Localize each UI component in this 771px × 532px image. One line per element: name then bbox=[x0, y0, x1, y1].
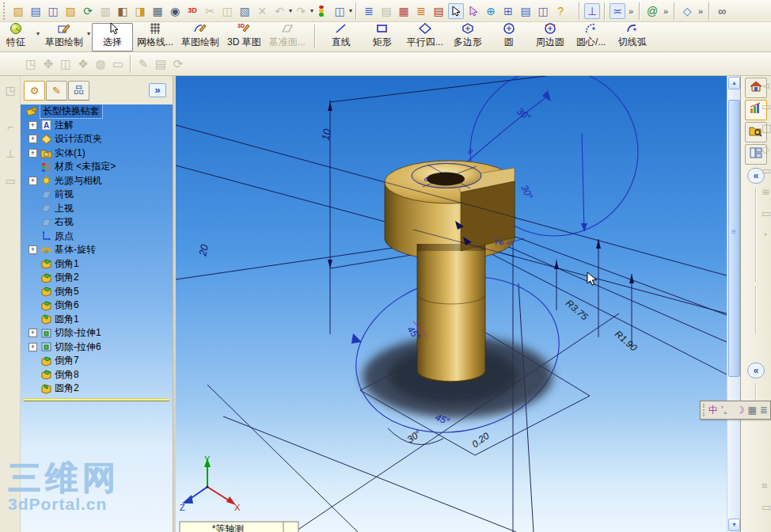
search-binoculars-icon[interactable]: ∞ bbox=[714, 3, 730, 19]
toolbar-button-tangent-arc[interactable]: 切线弧 bbox=[612, 23, 653, 51]
rollback-bar[interactable] bbox=[24, 398, 169, 401]
tree-item[interactable]: +基体-旋转 bbox=[21, 243, 173, 257]
server-list-icon[interactable]: ▤ bbox=[518, 3, 534, 19]
clipped-toolbar-icon[interactable]: ▭ bbox=[762, 165, 771, 180]
select-cursor-icon[interactable] bbox=[448, 3, 464, 19]
tree-item[interactable]: 原点 bbox=[21, 230, 173, 244]
graphics-viewport[interactable]: 102030°30°45°45°30°0.20R3.75R1.90689 Y X… bbox=[176, 76, 727, 532]
tree-item[interactable]: +实体(1) bbox=[21, 146, 173, 161]
smart-fastener-icon[interactable]: ❖ bbox=[75, 56, 91, 72]
delete-icon[interactable]: ✕ bbox=[254, 3, 270, 19]
toolbar-button-select[interactable]: 选择 bbox=[92, 23, 133, 51]
toolbar-button-line[interactable]: 直线 bbox=[321, 23, 362, 51]
swatch-list-icon[interactable]: ≣ bbox=[413, 3, 429, 19]
clipped-toolbar-icon[interactable]: ◫ bbox=[762, 122, 771, 138]
tree-item[interactable]: 前视 bbox=[21, 188, 173, 202]
print-icon[interactable]: ▦ bbox=[150, 3, 165, 19]
tree-expand-button[interactable]: + bbox=[28, 177, 37, 185]
toolbar-button-sketch[interactable]: 草图绘制 bbox=[41, 23, 87, 51]
save-all-icon[interactable]: ◫ bbox=[45, 3, 61, 19]
toolbar-button-perimeter-circle[interactable]: 周边圆 bbox=[530, 23, 571, 51]
tree-expand-button[interactable]: + bbox=[28, 343, 37, 352]
tree-item[interactable]: 倒角7 bbox=[21, 354, 173, 368]
features-icon-dropdown[interactable]: ▾ bbox=[36, 30, 40, 37]
tree-item[interactable]: +A注解 bbox=[21, 119, 173, 133]
stamp-icon[interactable]: ▥ bbox=[97, 3, 113, 19]
clipped-toolbar-icon[interactable]: ≋ bbox=[762, 186, 771, 202]
property-tab[interactable]: ✎ bbox=[46, 81, 67, 101]
redo-icon-dropdown[interactable]: ▾ bbox=[310, 7, 313, 14]
redo-icon[interactable]: ↷ bbox=[293, 3, 309, 19]
undo-icon-dropdown[interactable]: ▾ bbox=[289, 7, 292, 14]
interference-icon[interactable]: ▭ bbox=[110, 56, 126, 72]
sketch-icon-dropdown[interactable]: ▾ bbox=[87, 30, 90, 37]
paste-icon[interactable]: ▧ bbox=[237, 3, 253, 19]
features-tab[interactable]: ⚙ bbox=[24, 81, 45, 101]
ref-geometry-icon[interactable]: ◳ bbox=[2, 82, 18, 98]
toolbar-button-plane-tool[interactable]: 基准面... bbox=[265, 23, 310, 51]
tree-item[interactable]: 材质 <未指定> bbox=[21, 160, 173, 174]
scrollbar-thumb[interactable] bbox=[728, 100, 740, 377]
clipped-toolbar-icon[interactable]: ▭ bbox=[762, 501, 771, 517]
columns-icon[interactable]: ◫ bbox=[535, 3, 551, 19]
toolbar-button-polygon[interactable]: 多边形 bbox=[447, 23, 488, 51]
insert-component-icon[interactable]: ◳ bbox=[23, 56, 39, 72]
ime-menu-icon[interactable]: ≣ bbox=[760, 405, 768, 415]
filter-cursor-icon[interactable] bbox=[465, 3, 481, 19]
toolbar-button-features[interactable]: 特征 bbox=[0, 23, 36, 51]
toolbar-button-parallelogram[interactable]: 平行四... bbox=[403, 23, 447, 51]
tree-expand-button[interactable]: + bbox=[28, 135, 37, 143]
ime-softkeyboard-icon[interactable]: ▦ bbox=[747, 405, 756, 415]
tree-root-item[interactable]: 长型快换钻套 bbox=[21, 104, 173, 119]
hierarchy-icon[interactable]: ⊞ bbox=[500, 3, 516, 19]
clipped-toolbar-icon[interactable]: ◅ bbox=[762, 79, 771, 95]
toolbar-overflow-button[interactable]: » bbox=[696, 6, 705, 16]
toolbar-grip[interactable] bbox=[3, 2, 6, 20]
toolbar-overflow-button[interactable]: » bbox=[626, 6, 636, 16]
flyout-expand-button[interactable]: » bbox=[149, 83, 166, 97]
tree-item[interactable]: +光源与相机 bbox=[21, 174, 173, 188]
tree-expand-button[interactable]: + bbox=[28, 149, 37, 158]
tree-item[interactable]: +切除-拉伸1 bbox=[21, 326, 173, 340]
view-orientation-box[interactable]: *等轴测 bbox=[180, 522, 298, 532]
clipped-toolbar-icon[interactable]: ▭ bbox=[762, 101, 771, 116]
toolbar-overflow-button[interactable]: » bbox=[661, 6, 670, 16]
web-globe-icon[interactable]: ⊕ bbox=[483, 3, 499, 19]
tree-item[interactable]: 倒角8 bbox=[21, 368, 173, 382]
toolbar-button-sketch3d[interactable]: 3D3D 草图 bbox=[223, 23, 265, 51]
texture-bricks-icon[interactable]: ▤ bbox=[431, 3, 446, 19]
quick-tips-icon[interactable]: @ bbox=[644, 3, 660, 19]
copy-icon[interactable]: ◫ bbox=[219, 3, 235, 19]
tree-item[interactable]: 上视 bbox=[21, 202, 173, 216]
ime-punctuation-icon[interactable]: ’。 bbox=[721, 405, 733, 415]
print-preview-icon[interactable]: ◉ bbox=[167, 3, 183, 19]
task-pane-collapse-button-2[interactable]: « bbox=[747, 363, 765, 378]
curve-tool-icon[interactable]: ⌐ bbox=[2, 119, 18, 135]
open-icon[interactable]: ▨ bbox=[10, 3, 26, 19]
clipped-toolbar-icon[interactable]: ◇ bbox=[762, 143, 771, 159]
workbench-icon[interactable]: ⊥ bbox=[584, 3, 600, 19]
tree-item[interactable]: 右视 bbox=[21, 215, 173, 230]
clipped-toolbar-icon[interactable]: ◔ bbox=[762, 229, 771, 245]
toolbar-button-circle[interactable]: 圆 bbox=[488, 23, 530, 51]
dimxpert-icon[interactable]: ≍ bbox=[610, 3, 625, 19]
toolbar-button-sketch2[interactable]: 草图绘制 bbox=[177, 23, 223, 51]
toolbar-button-rect[interactable]: 矩形 bbox=[362, 23, 403, 51]
tree-item[interactable]: 圆角1 bbox=[21, 313, 173, 327]
tree-item[interactable]: 倒角5 bbox=[21, 285, 173, 299]
tree-item[interactable]: +设计活页夹 bbox=[21, 132, 173, 146]
ime-language-icon[interactable]: 中 bbox=[708, 405, 718, 415]
vertical-scrollbar[interactable]: ▲ ▼ bbox=[727, 76, 740, 532]
make-drawing-icon[interactable]: ◧ bbox=[115, 3, 131, 19]
scroll-up-button[interactable]: ▲ bbox=[728, 77, 740, 89]
exploded-view-icon[interactable]: ◍ bbox=[93, 56, 108, 72]
ime-width-icon[interactable]: ☽ bbox=[736, 405, 745, 415]
solids-box-icon[interactable]: ◇ bbox=[679, 3, 695, 19]
tree-item[interactable]: 倒角2 bbox=[21, 271, 173, 285]
color-palette-icon[interactable]: ▦ bbox=[396, 3, 412, 19]
scroll-down-button[interactable]: ▼ bbox=[728, 519, 740, 531]
traffic-light-icon[interactable] bbox=[314, 3, 330, 19]
ime-toolbar[interactable]: 中’。☽▦≣ bbox=[700, 401, 771, 420]
tree-expand-button[interactable]: + bbox=[28, 245, 37, 254]
rotate-view-icon[interactable]: ⟳ bbox=[170, 56, 186, 72]
